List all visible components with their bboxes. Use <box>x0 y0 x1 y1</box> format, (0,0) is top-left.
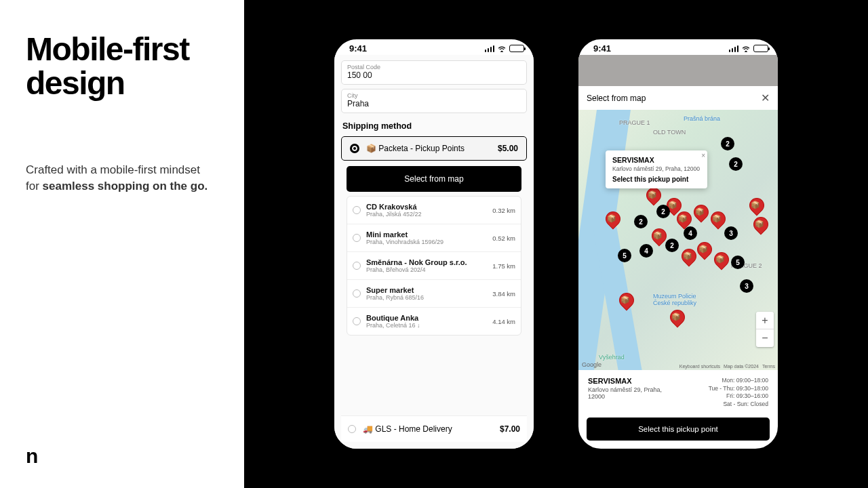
signal-icon <box>729 45 739 52</box>
radio-empty-icon <box>353 234 361 242</box>
pickup-item[interactable]: Směnárna - Nok Group s.r.o.Praha, Břehov… <box>347 252 521 280</box>
select-from-map-button[interactable]: Select from map <box>347 166 521 192</box>
map-canvas[interactable]: PRAGUE 1 OLD TOWN Prašná brána Muzeum Po… <box>578 110 778 370</box>
pickup-point-list: CD KrakovskáPraha, Jilská 452/22 0.32 km… <box>347 196 521 336</box>
pickup-addr: Praha, Jilská 452/22 <box>366 211 487 218</box>
pickup-item[interactable]: Mini marketPraha, Vinohradská 1596/29 0.… <box>347 224 521 252</box>
status-time: 9:41 <box>593 43 611 54</box>
pickup-name: Mini market <box>366 230 487 239</box>
popup-addr: Karlovo náměstí 29, Praha, 12000 <box>612 165 701 172</box>
shipping-option-packeta[interactable]: 📦 Packeta - Pickup Points $5.00 <box>341 136 527 161</box>
map-marker-icon[interactable] <box>707 208 728 229</box>
pickup-name: CD Krakovská <box>366 203 487 211</box>
left-panel: Mobile-first design Crafted with a mobil… <box>0 0 244 488</box>
hours-row: Tue - Thu: 09:30–18:00 <box>709 385 768 392</box>
pickup-addr: Praha, Celetná 16 ↓ <box>366 322 487 329</box>
map-cluster[interactable]: 5 <box>731 256 745 269</box>
hours-row: Mon: 09:00–18:00 <box>709 377 768 384</box>
map-cluster[interactable]: 2 <box>721 137 734 150</box>
pickup-item[interactable]: Super marketPraha, Rybná 685/16 3.84 km <box>347 280 521 308</box>
map-footer: Keyboard shortcuts Map data ©2024 Terms <box>679 364 775 369</box>
selected-addr: Karlovo náměstí 29, Praha, 12000 <box>588 386 676 400</box>
pickup-addr: Praha, Vinohradská 1596/29 <box>366 239 487 245</box>
map-marker-icon[interactable] <box>690 201 711 222</box>
packeta-label: 📦 Packeta - Pickup Points <box>366 144 491 153</box>
map-cluster[interactable]: 3 <box>740 279 753 293</box>
status-bar: 9:41 <box>578 39 778 55</box>
map-marker-icon[interactable] <box>746 195 767 216</box>
radio-empty-icon <box>353 262 361 270</box>
map-cluster[interactable]: 2 <box>656 205 670 218</box>
battery-icon <box>509 45 524 52</box>
zoom-control: + − <box>756 312 774 347</box>
close-icon[interactable]: ✕ <box>761 92 770 104</box>
map-cluster[interactable]: 5 <box>618 249 631 262</box>
pickup-name: Směnárna - Nok Group s.r.o. <box>366 258 487 266</box>
postal-label: Postal Code <box>347 64 521 70</box>
zoom-in-button[interactable]: + <box>756 312 774 329</box>
popup-title: SERVISMAX <box>612 156 701 164</box>
radio-selected-icon <box>350 144 359 153</box>
postal-value: 150 00 <box>347 70 521 80</box>
radio-empty-icon <box>348 425 356 433</box>
status-icons <box>485 45 525 52</box>
status-icons <box>729 45 769 52</box>
desc-bold: seamless shopping on the go. <box>43 180 208 192</box>
shipping-option-gls[interactable]: 🚚 GLS - Home Delivery $7.00 <box>341 415 527 442</box>
pickup-dist: 3.84 km <box>492 290 515 298</box>
map-label: OLD TOWN <box>653 129 686 136</box>
hours-row: Sat - Sun: Closed <box>709 401 768 408</box>
popup-close-icon[interactable]: × <box>701 152 705 159</box>
gls-label: 🚚 GLS - Home Delivery <box>363 424 493 434</box>
map-data: Map data ©2024 <box>724 364 759 369</box>
radio-empty-icon <box>353 206 361 214</box>
keyboard-shortcuts[interactable]: Keyboard shortcuts <box>679 364 720 369</box>
selected-name: SERVISMAX <box>588 377 676 385</box>
modal-backdrop <box>578 55 778 86</box>
pickup-item[interactable]: Boutique AnkaPraha, Celetná 16 ↓ 4.14 km <box>347 308 521 335</box>
pickup-dist: 0.32 km <box>492 207 515 214</box>
map-marker-icon[interactable] <box>750 214 771 235</box>
city-value: Praha <box>347 99 521 108</box>
city-field[interactable]: City Praha <box>341 89 527 113</box>
map-cluster[interactable]: 3 <box>724 226 738 240</box>
postal-code-field[interactable]: Postal Code 150 00 <box>341 60 527 85</box>
hours-row: Fri: 09:30–16:00 <box>709 392 768 400</box>
pickup-addr: Praha, Rybná 685/16 <box>366 294 487 301</box>
popup-select-link[interactable]: Select this pickup point <box>612 176 701 183</box>
pickup-dist: 1.75 km <box>492 262 515 270</box>
map-label: Muzeum Policie České republiky <box>653 293 714 306</box>
select-pickup-button[interactable]: Select this pickup point <box>587 418 770 441</box>
map-label: Prašná brána <box>684 115 720 122</box>
packeta-price: $5.00 <box>498 144 518 153</box>
right-panel: 9:41 Postal Code 150 00 City Praha Shipp… <box>244 0 868 488</box>
radio-empty-icon <box>353 289 361 298</box>
status-bar: 9:41 <box>334 39 534 55</box>
zoom-out-button[interactable]: − <box>756 329 774 347</box>
selected-pickup-info: SERVISMAX Karlovo náměstí 29, Praha, 120… <box>578 370 778 415</box>
map-marker-icon[interactable] <box>694 239 715 260</box>
map-cluster[interactable]: 2 <box>634 215 648 228</box>
map-cluster[interactable]: 4 <box>639 244 653 258</box>
wifi-icon <box>497 45 507 52</box>
phone-mockup-shipping: 9:41 Postal Code 150 00 City Praha Shipp… <box>332 37 536 451</box>
google-logo: Google <box>582 361 601 368</box>
map-marker-icon[interactable] <box>711 249 732 270</box>
map-modal-header: Select from map ✕ <box>578 86 778 110</box>
map-cluster[interactable]: 4 <box>684 226 697 240</box>
pickup-item[interactable]: CD KrakovskáPraha, Jilská 452/22 0.32 km <box>347 197 521 224</box>
signal-icon <box>485 45 495 52</box>
map-marker-icon[interactable] <box>667 306 688 327</box>
gls-price: $7.00 <box>500 424 520 434</box>
page-heading: Mobile-first design <box>26 33 218 101</box>
map-modal-title: Select from map <box>587 94 646 103</box>
phone-mockup-map: 9:41 Select from map ✕ PRAGUE 1 OLD TOWN <box>576 37 780 451</box>
shipping-method-title: Shipping method <box>342 121 527 131</box>
pickup-dist: 0.52 km <box>492 235 515 242</box>
map-cluster[interactable]: 2 <box>729 157 743 171</box>
map-cluster[interactable]: 2 <box>665 239 679 252</box>
map-popup: × SERVISMAX Karlovo náměstí 29, Praha, 1… <box>606 150 707 188</box>
battery-icon <box>753 45 768 52</box>
wifi-icon <box>741 45 751 52</box>
map-terms[interactable]: Terms <box>762 364 775 369</box>
